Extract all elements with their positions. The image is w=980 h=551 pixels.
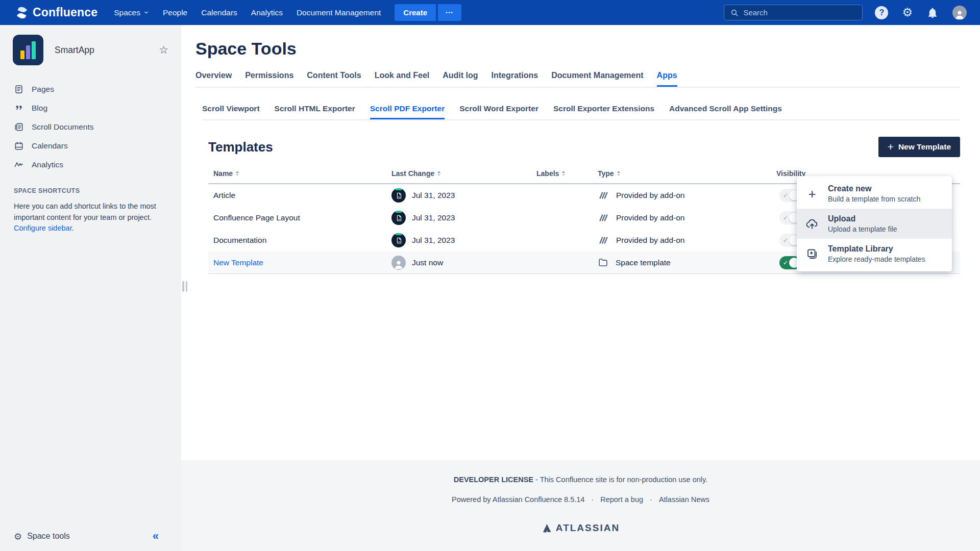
new-template-dropdown-menu: + Create new Build a template from scrat…	[797, 176, 952, 271]
nav-item-analytics[interactable]: Analytics	[251, 8, 283, 17]
space-tools-tabs: Overview Permissions Content Tools Look …	[195, 71, 960, 88]
column-header-last-change[interactable]: Last Change	[386, 169, 531, 183]
sidebar-item-analytics[interactable]: Analytics	[0, 155, 181, 174]
space-sidebar: SmartApp ☆ Pages Blog Scroll Documents	[0, 25, 181, 551]
last-change-cell: Just now	[386, 256, 531, 270]
menu-item-create-new[interactable]: + Create new Build a template from scrat…	[797, 179, 952, 209]
template-name-link: New Template	[208, 258, 386, 267]
space-name[interactable]: SmartApp	[55, 45, 94, 56]
apps-subtabs: Scroll Viewport Scroll HTML Exporter Scr…	[202, 88, 960, 120]
atlassian-news-link[interactable]: Atlassian News	[659, 495, 709, 504]
nav-item-spaces[interactable]: Spaces	[114, 8, 149, 17]
space-tools-button[interactable]: Space tools	[27, 532, 70, 541]
top-navigation: Confluence Spaces People Calendars Analy…	[0, 0, 980, 25]
menu-item-upload[interactable]: Upload Upload a template file	[797, 209, 952, 239]
create-button-group: Create •••	[395, 4, 461, 21]
nav-item-document-management[interactable]: Document Management	[297, 8, 381, 17]
sidebar-resize-handle[interactable]	[182, 281, 187, 292]
tab-integrations[interactable]: Integrations	[492, 71, 538, 87]
tab-look-and-feel[interactable]: Look and Feel	[375, 71, 430, 87]
search-icon	[730, 9, 739, 17]
template-name: Article	[208, 191, 386, 200]
create-button[interactable]: Create	[395, 4, 436, 21]
sidebar-item-scroll-documents[interactable]: Scroll Documents	[0, 117, 181, 136]
confluence-app: Confluence Spaces People Calendars Analy…	[0, 0, 980, 551]
plus-icon: +	[888, 141, 894, 152]
sort-icon	[562, 171, 565, 177]
cloud-upload-icon	[805, 217, 819, 231]
confluence-logo[interactable]: Confluence	[15, 6, 97, 19]
analytics-wave-icon	[14, 160, 24, 170]
help-icon[interactable]: ?	[875, 6, 888, 19]
type-cell: Provided by add-on	[593, 212, 771, 223]
sidebar-nav: Pages Blog Scroll Documents Calendars An…	[0, 80, 181, 174]
subtab-scroll-exporter-extensions[interactable]: Scroll Exporter Extensions	[553, 104, 654, 119]
new-template-button[interactable]: + New Template	[878, 137, 960, 157]
space-logo[interactable]	[13, 35, 43, 65]
page-icon	[14, 84, 24, 94]
create-more-button[interactable]: •••	[438, 4, 461, 21]
settings-gear-icon[interactable]: ⚙	[902, 7, 913, 18]
quote-icon	[14, 103, 24, 113]
template-library-icon	[805, 248, 819, 260]
page-title: Space Tools	[195, 39, 960, 59]
sidebar-item-pages[interactable]: Pages	[0, 80, 181, 98]
nav-menu: Spaces People Calendars Analytics Docume…	[114, 8, 381, 17]
template-name: Confluence Page Layout	[208, 213, 386, 222]
tab-audit-log[interactable]: Audit log	[443, 71, 478, 87]
last-change-cell: Jul 31, 2023	[386, 233, 531, 247]
sort-icon	[437, 171, 440, 177]
notifications-bell-icon[interactable]	[926, 7, 939, 19]
column-header-type[interactable]: Type	[593, 169, 771, 183]
sort-ascending-icon	[236, 171, 239, 177]
atlassian-brand-name: ATLASSIAN	[556, 522, 620, 534]
powered-by-text: Powered by Atlassian Confluence 8.5.14	[452, 495, 584, 504]
atlassian-brand: ATLASSIAN	[542, 522, 620, 534]
subtab-scroll-viewport[interactable]: Scroll Viewport	[202, 104, 260, 119]
type-cell: Provided by add-on	[593, 190, 771, 201]
sidebar-collapse-button[interactable]: «	[153, 531, 159, 542]
type-cell: Space template	[593, 257, 771, 268]
column-header-name[interactable]: Name	[208, 169, 386, 183]
avatar-person-icon	[952, 6, 967, 20]
addon-type-icon	[598, 235, 609, 246]
sidebar-item-blog[interactable]: Blog	[0, 98, 181, 117]
tab-overview[interactable]: Overview	[195, 71, 232, 87]
confluence-mark-icon	[15, 6, 29, 19]
space-header: SmartApp ☆	[0, 25, 181, 65]
tab-permissions[interactable]: Permissions	[245, 71, 293, 87]
space-shortcuts-text: Here you can add shortcut links to the m…	[14, 201, 167, 234]
pdf-addon-avatar-icon	[391, 211, 406, 225]
menu-item-template-library[interactable]: Template Library Explore ready-made temp…	[797, 239, 952, 269]
report-a-bug-link[interactable]: Report a bug	[600, 495, 643, 504]
space-shortcuts-title: SPACE SHORTCUTS	[14, 187, 181, 194]
nav-utilities: ? ⚙	[875, 6, 967, 20]
tab-content-tools[interactable]: Content Tools	[307, 71, 361, 87]
last-change-cell: Jul 31, 2023	[386, 188, 531, 203]
new-template-link[interactable]: New Template	[213, 258, 263, 267]
tab-apps[interactable]: Apps	[657, 71, 677, 87]
nav-item-calendars[interactable]: Calendars	[201, 8, 237, 17]
footer-links: Powered by Atlassian Confluence 8.5.14 ·…	[452, 495, 709, 504]
space-tools-gear-icon: ⚙	[14, 531, 22, 542]
user-avatar[interactable]	[952, 6, 967, 20]
pdf-addon-avatar-icon	[391, 233, 406, 247]
configure-sidebar-link[interactable]: Configure sidebar	[14, 224, 72, 232]
subtab-scroll-pdf-exporter[interactable]: Scroll PDF Exporter	[370, 104, 445, 119]
brand-name: Confluence	[33, 6, 97, 19]
sidebar-footer: ⚙ Space tools «	[0, 521, 181, 551]
subtab-scroll-word-exporter[interactable]: Scroll Word Exporter	[459, 104, 538, 119]
subtab-scroll-html-exporter[interactable]: Scroll HTML Exporter	[275, 104, 355, 119]
column-header-labels[interactable]: Labels	[531, 169, 593, 183]
nav-item-people[interactable]: People	[163, 8, 187, 17]
sidebar-item-calendars[interactable]: Calendars	[0, 136, 181, 155]
user-avatar-icon	[391, 256, 406, 270]
plus-icon: +	[805, 187, 819, 201]
documents-icon	[14, 122, 24, 132]
logo-bar-purple	[26, 45, 30, 59]
tab-document-management[interactable]: Document Management	[551, 71, 643, 87]
search-box[interactable]	[724, 5, 863, 20]
favorite-star-icon[interactable]: ☆	[159, 44, 168, 56]
search-input[interactable]	[743, 8, 857, 17]
subtab-advanced-scroll-app-settings[interactable]: Advanced Scroll App Settings	[669, 104, 782, 119]
